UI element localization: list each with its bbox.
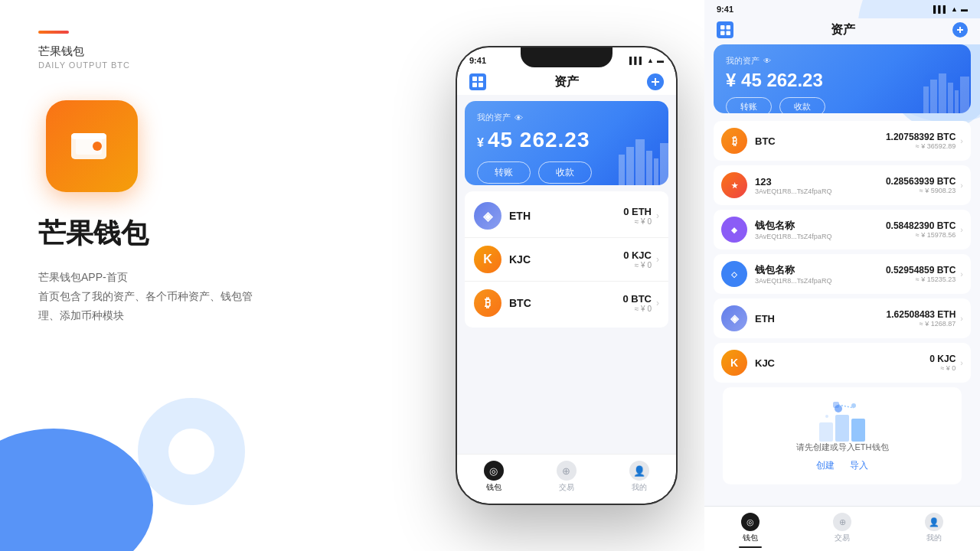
right-coin-item-pur1[interactable]: ◆ 钱包名称 3AvEQt1R8...TsZ4fpaRQ 0.58482390 … (714, 210, 971, 249)
right-dia1-logo: ◇ (721, 261, 747, 287)
coin-item-eth[interactable]: ◈ ETH 0 ETH ≈ ¥ 0 › (465, 194, 668, 238)
btc-name: BTC (509, 297, 622, 309)
svg-rect-30 (851, 419, 865, 442)
right-add-icon[interactable] (952, 22, 968, 37)
right-tab-mine[interactable]: 👤 我的 (888, 513, 980, 543)
right-eth1-cny: ≈ ¥ 1268.87 (887, 320, 956, 328)
right-empty-section: 请先创建或导入ETH钱包 创建 导入 (723, 387, 962, 484)
right-eth1-right: 1.62508483 ETH ≈ ¥ 1268.87 (887, 309, 956, 328)
right-eye-icon[interactable]: 👁 (763, 57, 771, 65)
right-grid-icon[interactable] (717, 21, 733, 38)
right-coin-item-kjc1[interactable]: K KJC 0 KJC ≈ ¥ 0 › (714, 343, 971, 383)
eth-info: ETH (509, 210, 623, 222)
right-pur1-mid: 钱包名称 3AvEQt1R8...TsZ4fpaRQ (755, 219, 886, 240)
desc-line2: 首页包含了我的资产、各个币种资产、钱包管 (38, 287, 390, 306)
phone-header: 资产 (457, 69, 676, 95)
right-coin-item-btc[interactable]: ₿ BTC 1.20758392 BTC ≈ ¥ 36592.89 › (714, 121, 971, 161)
right-dia1-arrow: › (960, 269, 963, 279)
svg-rect-24 (939, 73, 946, 113)
right-pur1-name: 钱包名称 (755, 219, 886, 233)
right-kjc1-amount: 0 KJC (929, 354, 956, 364)
empty-actions: 创建 导入 (816, 459, 868, 472)
right-btc-mid: BTC (755, 135, 886, 147)
right-tab-underline (739, 546, 762, 548)
btc-logo: ₿ (474, 289, 501, 317)
right-dia1-amount: 0.52954859 BTC (886, 265, 956, 276)
right-kjc1-mid: KJC (755, 357, 929, 369)
right-btc-arrow: › (960, 136, 963, 145)
right-tab-trade[interactable]: ⊕ 交易 (796, 513, 888, 543)
kjc-name: KJC (509, 253, 623, 266)
svg-rect-7 (479, 83, 483, 87)
right-status-icons: ▌▌▌ ▲ ▬ (933, 5, 968, 13)
svg-rect-13 (646, 151, 652, 185)
kjc-amount-section: 0 KJC ≈ ¥ 0 (623, 249, 652, 269)
right-coin-item-eth1[interactable]: ◈ ETH 1.62508483 ETH ≈ ¥ 1268.87 › (714, 298, 971, 338)
right-wallet-tab-icon: ◎ (741, 513, 760, 531)
brand-subtitle: DAILY OUTPUT BTC (38, 60, 390, 70)
right-coin-item-123[interactable]: ★ 123 3AvEQt1R8...TsZ4fpaRQ 0.28563939 B… (714, 165, 971, 205)
right-asset-card: 我的资产 👁 ¥ 45 262.23 转账 收款 (714, 44, 971, 113)
phone-status-time: 9:41 (469, 56, 486, 65)
right-transfer-button[interactable]: 转账 (726, 97, 772, 113)
right-dia1-right: 0.52954859 BTC ≈ ¥ 15235.23 (886, 265, 956, 283)
right-btc-name: BTC (755, 135, 886, 147)
right-signal-icon: ▌▌▌ (933, 5, 948, 13)
right-123-cny: ≈ ¥ 5908.23 (886, 187, 956, 194)
eth-arrow: › (656, 210, 659, 221)
right-mine-tab-label: 我的 (926, 533, 942, 543)
right-kjc1-logo: K (721, 350, 747, 376)
desc-line3: 理、添加币种模块 (38, 306, 390, 325)
right-123-addr: 3AvEQt1R8...TsZ4fpaRQ (755, 187, 886, 195)
desc-line1: 芒果钱包APP-首页 (38, 268, 390, 287)
right-header-title: 资产 (831, 22, 855, 38)
add-icon[interactable] (647, 73, 664, 90)
right-coin-item-dia1[interactable]: ◇ 钱包名称 3AvEQt1R8...TsZ4fpaRQ 0.52954859 … (714, 254, 971, 294)
grid-icon[interactable] (469, 73, 486, 90)
phone-screen: 9:41 ▌▌▌ ▲ ▬ 资产 (457, 47, 676, 504)
right-btc-cny: ≈ ¥ 36592.89 (886, 142, 956, 150)
coin-item-kjc[interactable]: K KJC 0 KJC ≈ ¥ 0 › (465, 238, 668, 282)
right-content: 9:41 ▌▌▌ ▲ ▬ 资产 (704, 0, 980, 551)
right-kjc1-cny: ≈ ¥ 0 (929, 364, 956, 372)
right-pur1-cny: ≈ ¥ 15978.56 (886, 231, 956, 239)
right-pur1-right: 0.58482390 BTC ≈ ¥ 15978.56 (886, 220, 956, 239)
right-asset-label: 我的资产 👁 (726, 55, 959, 67)
coin-item-btc[interactable]: ₿ BTC 0 BTC ≈ ¥ 0 › (465, 282, 668, 324)
svg-rect-25 (948, 83, 953, 113)
eth-name: ETH (509, 210, 623, 222)
transfer-button[interactable]: 转账 (477, 161, 531, 184)
create-wallet-link[interactable]: 创建 (816, 459, 835, 472)
right-kjc1-arrow: › (960, 358, 963, 367)
svg-rect-16 (720, 25, 725, 30)
tab-wallet[interactable]: ◎ 钱包 (484, 461, 504, 493)
receive-button[interactable]: 收款 (538, 161, 592, 184)
right-kjc1-name: KJC (755, 357, 929, 369)
wallet-icon (65, 119, 119, 173)
tab-mine[interactable]: 👤 我的 (629, 461, 649, 493)
right-tabbar: ◎ 钱包 ⊕ 交易 👤 我的 (704, 506, 980, 551)
phone-mockup: 9:41 ▌▌▌ ▲ ▬ 资产 (456, 46, 678, 505)
right-123-amount: 0.28563939 BTC (886, 176, 956, 187)
right-123-name: 123 (755, 176, 886, 187)
eye-icon[interactable]: 👁 (514, 113, 523, 122)
right-status-bar: 9:41 ▌▌▌ ▲ ▬ (704, 0, 980, 18)
empty-illustration (812, 399, 873, 442)
right-kjc1-right: 0 KJC ≈ ¥ 0 (929, 354, 956, 372)
svg-rect-23 (930, 80, 937, 113)
tab-trade[interactable]: ⊕ 交易 (557, 461, 577, 493)
svg-rect-18 (720, 31, 725, 35)
right-123-arrow: › (960, 181, 963, 190)
import-wallet-link[interactable]: 导入 (850, 459, 868, 472)
right-tab-wallet[interactable]: ◎ 钱包 (704, 513, 796, 548)
svg-rect-6 (472, 83, 477, 87)
right-wallet-tab-label: 钱包 (743, 533, 758, 543)
signal-icon: ▌▌▌ (629, 57, 644, 64)
svg-rect-10 (619, 155, 625, 185)
right-section: 9:41 ▌▌▌ ▲ ▬ 资产 (704, 0, 980, 551)
right-trade-tab-label: 交易 (835, 533, 850, 543)
svg-rect-15 (660, 143, 668, 185)
wifi-icon: ▲ (647, 57, 654, 64)
wallet-tab-icon: ◎ (484, 461, 504, 481)
right-receive-button[interactable]: 收款 (779, 97, 825, 113)
